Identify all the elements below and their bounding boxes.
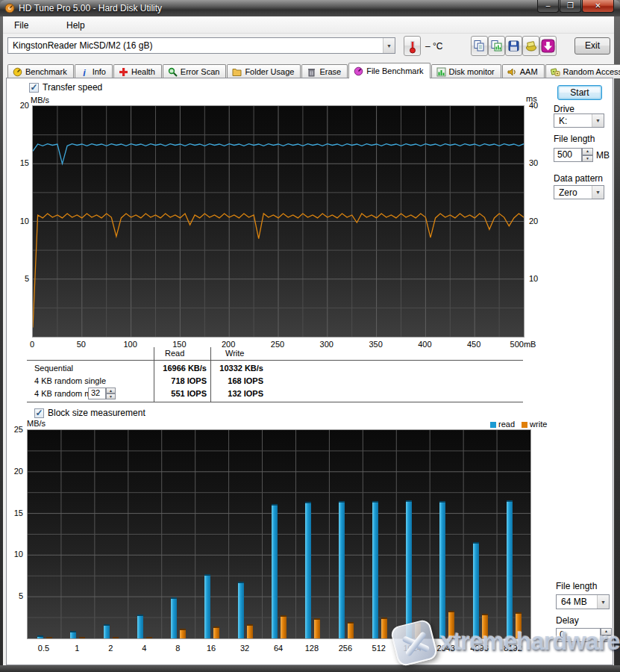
write-bar-0.5 — [46, 637, 52, 638]
tick-label: 20 — [529, 217, 538, 225]
transfer-speed-checkbox[interactable]: ✓ Transfer speed — [29, 82, 102, 93]
file-length-value[interactable]: 500 — [554, 148, 582, 162]
temperature-readout: – °C — [425, 41, 442, 52]
write-bar-2048 — [448, 611, 454, 638]
spinner-up-icon[interactable]: ▲ — [106, 388, 116, 393]
drive-label: Drive — [554, 104, 574, 114]
chevron-down-icon: ▼ — [592, 186, 604, 199]
tick-label: 450 — [459, 340, 489, 349]
tick-label: 64 — [263, 644, 293, 653]
data-pattern-dropdown[interactable]: Zero ▼ — [554, 185, 604, 199]
write-value: 168 IOPS — [214, 376, 263, 385]
spinner-up-icon[interactable]: ▲ — [582, 148, 593, 155]
tick-label: 256 — [331, 644, 360, 653]
tick-label: 20 — [7, 467, 23, 476]
tick-label: 15 — [11, 158, 29, 167]
write-bar-128 — [314, 618, 320, 638]
options-button[interactable] — [522, 36, 539, 56]
copy-image-button[interactable] — [488, 36, 505, 56]
tick-label: 50 — [66, 340, 96, 349]
tick-label: 150 — [164, 340, 194, 349]
write-column-header: Write — [225, 349, 244, 358]
start-button[interactable]: Start — [557, 85, 602, 100]
tick-label: 10 — [529, 274, 538, 283]
write-bar-8 — [180, 629, 186, 638]
checkbox-check-icon: ✓ — [34, 408, 44, 418]
write-value: 132 IOPS — [214, 389, 263, 398]
gauge-yellow-icon — [13, 67, 22, 77]
tab-benchmark[interactable]: Benchmark — [7, 64, 74, 78]
tick-label: 350 — [361, 340, 391, 349]
write-legend-swatch — [522, 422, 527, 428]
block-size-checkbox[interactable]: ✓ Block size measurement — [34, 408, 145, 418]
write-bar-4 — [146, 637, 152, 638]
file-length-label: File length — [554, 134, 595, 144]
save-button[interactable] — [505, 36, 522, 56]
write-bar-1 — [79, 637, 85, 638]
read-legend-label: read — [498, 420, 515, 429]
close-button[interactable]: ✕ — [582, 0, 614, 13]
checkbox-check-icon: ✓ — [29, 83, 39, 93]
drive-dropdown[interactable]: K: ▼ — [554, 113, 604, 128]
menu-bar: File Help — [3, 16, 614, 34]
tab-disk-monitor[interactable]: Disk monitor — [431, 64, 501, 78]
tick-label: 0.5 — [28, 644, 58, 653]
read-bar-4 — [137, 615, 143, 638]
write-value: 10332 KB/s — [214, 364, 263, 373]
file-length2-dropdown[interactable]: 64 MB ▼ — [556, 594, 610, 609]
gauge-magenta-icon — [354, 66, 363, 76]
tab-bar: BenchmarkiInfoHealthError ScanFolder Usa… — [7, 63, 612, 78]
temperature-button[interactable] — [404, 36, 421, 56]
maximize-button[interactable]: ❐ — [560, 0, 581, 13]
spinner-up-icon[interactable]: ▲ — [601, 628, 612, 635]
tick-label: 1 — [62, 644, 92, 653]
bottom-chart-yaxis-unit: MB/s — [27, 419, 46, 428]
menu-file[interactable]: File — [9, 19, 34, 31]
tick-label: 300 — [312, 340, 342, 349]
queue-depth-spinner[interactable]: 32▲▼ — [88, 388, 116, 399]
save-icon — [507, 40, 520, 52]
write-bar-512 — [381, 617, 387, 638]
title-bar: HD Tune Pro 5.00 - Hard Disk Utility – ❐… — [0, 0, 620, 16]
thermometer-icon — [406, 39, 419, 54]
tab-aam[interactable]: AAM — [502, 64, 545, 78]
chevron-down-icon: ▼ — [597, 595, 609, 609]
copy-text-button[interactable] — [471, 36, 488, 56]
spinner-down-icon[interactable]: ▼ — [601, 635, 612, 643]
exit-button[interactable]: Exit — [574, 37, 610, 55]
tab-health[interactable]: Health — [113, 64, 162, 78]
tab-random-access[interactable]: Random Access — [545, 64, 620, 78]
spinner-down-icon[interactable]: ▼ — [106, 393, 116, 399]
tab-file-benchmark[interactable]: File Benchmark — [348, 63, 430, 78]
menu-help[interactable]: Help — [61, 19, 90, 31]
tick-label: 5 — [7, 591, 23, 600]
tick-label: 200 — [213, 340, 243, 349]
read-bar-16 — [204, 574, 210, 638]
write-legend-label: write — [530, 420, 547, 429]
tab-folder-usage[interactable]: Folder Usage — [227, 64, 301, 78]
block-size-label: Block size measurement — [48, 408, 145, 418]
tick-label: 16 — [196, 644, 226, 653]
tick-label: 128 — [297, 644, 327, 653]
tick-label: 2 — [95, 644, 125, 653]
tick-label: 10 — [7, 550, 23, 559]
tick-label: 8192 — [498, 644, 528, 653]
update-button[interactable] — [539, 36, 557, 56]
delay-spinner[interactable]: 0 ▲▼ — [556, 628, 612, 642]
row-label: Sequential — [34, 364, 73, 373]
file-length-unit: MB — [596, 150, 610, 161]
file-length-spinner[interactable]: 500 ▲▼ — [554, 148, 593, 162]
drive-select[interactable]: KingstonReader MicSD/M2 (16 gB) ▼ — [7, 37, 395, 54]
tab-erase[interactable]: Erase — [301, 64, 348, 78]
tab-error-scan[interactable]: Error Scan — [163, 64, 227, 78]
minimize-button[interactable]: – — [537, 0, 559, 13]
delay-value[interactable]: 0 — [556, 628, 601, 642]
options-icon — [525, 40, 537, 52]
window-bottom-frame — [0, 665, 620, 672]
spinner-down-icon[interactable]: ▼ — [582, 155, 593, 163]
read-bar-1 — [70, 631, 76, 638]
download-arrow-icon — [541, 39, 555, 53]
tab-info[interactable]: iInfo — [75, 64, 113, 78]
read-bar-128 — [305, 502, 311, 638]
write-bar-2 — [113, 637, 119, 638]
